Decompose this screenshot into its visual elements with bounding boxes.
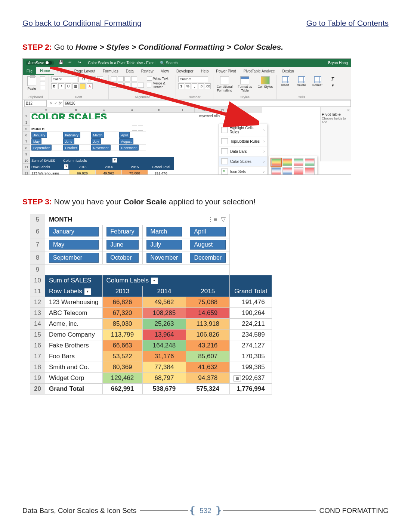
tab-file[interactable]: File [23, 67, 36, 75]
table-row-label[interactable]: Fake Brothers [45, 340, 102, 351]
data-cell[interactable]: 68,797 [142, 373, 186, 384]
tab-formulas[interactable]: Formulas [99, 67, 122, 75]
row-header[interactable]: 18 [30, 362, 45, 373]
align-center-icon[interactable] [118, 83, 124, 88]
row-header[interactable]: 13 [30, 308, 45, 319]
wrap-text-button[interactable]: Wrap Text [147, 76, 173, 81]
grand-total-cell[interactable]: 191,476 [230, 297, 272, 308]
bold-icon[interactable]: B [51, 83, 57, 89]
data-cell[interactable]: 13,964 [142, 330, 186, 340]
currency-icon[interactable]: $ [178, 83, 184, 89]
table-row-label[interactable]: Foo Bars [45, 351, 102, 362]
indent-inc-icon[interactable] [138, 83, 144, 88]
cancel-icon[interactable]: ✕ [50, 101, 53, 105]
col-B[interactable]: B [62, 107, 90, 113]
confirm-icon[interactable]: ✓ [54, 101, 57, 105]
table-row-label[interactable]: 123 Warehousing [45, 297, 102, 308]
align-right-icon[interactable] [124, 83, 130, 88]
align-left-icon[interactable] [111, 83, 117, 88]
row-header[interactable]: 12 [30, 297, 45, 308]
data-cell[interactable]: 31,176 [142, 351, 186, 362]
autosave-toggle[interactable]: AutoSave [26, 61, 54, 65]
tab-view[interactable]: View [157, 67, 173, 75]
save-icon[interactable]: 💾 [59, 60, 64, 65]
number-format-select[interactable]: Custom [178, 76, 208, 82]
data-cell[interactable]: 14,659 [186, 308, 230, 319]
swatch-gwr[interactable] [294, 158, 303, 166]
toc-link[interactable]: Go to Table of Contents [306, 19, 389, 28]
font-size-select[interactable]: 11 [78, 76, 89, 82]
clear-filter-icon[interactable] [138, 126, 143, 131]
orientation-icon[interactable] [131, 76, 137, 81]
cf-topbottom-rules[interactable]: Top/Bottom Rules› [219, 136, 267, 146]
undo-icon[interactable]: ↩ [68, 60, 74, 65]
paste-button[interactable]: Paste [25, 76, 38, 90]
align-bottom-icon[interactable] [124, 76, 130, 81]
paste-options-icon[interactable]: ▦ [234, 375, 241, 381]
data-cell[interactable]: 80,369 [102, 362, 142, 373]
tab-home[interactable]: Home [36, 67, 54, 75]
fill-icon[interactable]: ▾ [332, 83, 334, 88]
grand-total-cell[interactable]: 199,385 [230, 362, 272, 373]
pt-collabels[interactable]: Column Labels▾ [102, 275, 186, 286]
table-row-label[interactable]: Widget Corp [45, 373, 102, 384]
decrease-font-icon[interactable]: A↓ [97, 76, 103, 82]
format-painter-icon[interactable] [40, 86, 45, 90]
cf-icon-sets[interactable]: Icon Sets› [219, 167, 267, 175]
delete-button[interactable]: Delete [295, 76, 308, 87]
grand-total-cell[interactable]: 234,589 [230, 330, 272, 340]
data-cell[interactable]: 41,632 [186, 362, 230, 373]
table-row-label[interactable]: ABC Telecom [45, 308, 102, 319]
data-cell[interactable]: 53,522 [102, 351, 142, 362]
grand-total-cell[interactable]: 274,127 [230, 340, 272, 351]
comma-icon[interactable]: , [192, 83, 198, 89]
pt-collabels[interactable]: Column Labels▾ [62, 157, 118, 164]
data-cell[interactable]: 67,320 [102, 308, 142, 319]
data-cell[interactable]: 113,918 [186, 319, 230, 330]
swatch-gyr[interactable] [271, 158, 281, 166]
tab-insert[interactable]: Insert [54, 67, 71, 75]
data-cell[interactable]: 49,562 [142, 297, 186, 308]
increase-font-icon[interactable]: A↑ [90, 76, 96, 82]
row-header[interactable]: 5 [30, 214, 45, 225]
underline-icon[interactable]: U [65, 83, 71, 89]
align-middle-icon[interactable] [118, 76, 124, 81]
tab-developer[interactable]: Developer [173, 67, 197, 75]
swatch-ryg[interactable] [282, 158, 292, 166]
data-cell[interactable]: 77,384 [142, 362, 186, 373]
row-header[interactable]: 14 [30, 319, 45, 330]
data-cell[interactable]: 25,263 [142, 319, 186, 330]
indent-dec-icon[interactable] [131, 83, 137, 88]
formula-input[interactable]: 66826 [63, 100, 351, 107]
dec-dec-icon[interactable]: .00 [205, 83, 211, 89]
col-A[interactable]: A [30, 107, 62, 113]
swatch-bwr[interactable] [271, 167, 281, 175]
row-header[interactable]: 17 [30, 351, 45, 362]
swatch-rw[interactable] [305, 167, 315, 175]
data-cell[interactable]: 85,607 [186, 351, 230, 362]
autosum-icon[interactable]: Σ [331, 76, 335, 82]
tab-pivottable-analyze[interactable]: PivotTable Analyze [240, 67, 279, 75]
cf-color-scales[interactable]: Color Scales› [219, 157, 267, 167]
align-top-icon[interactable] [111, 76, 117, 81]
tab-powerpivot[interactable]: Power Pivot [212, 67, 240, 75]
data-cell[interactable]: 164,248 [142, 340, 186, 351]
grand-total-cell[interactable]: 170,305 [230, 351, 272, 362]
swatch-rwb[interactable] [282, 167, 292, 175]
grand-total-cell[interactable]: 224,211 [230, 319, 272, 330]
data-cell[interactable]: 66,663 [102, 340, 142, 351]
data-cell[interactable]: 106,826 [186, 330, 230, 340]
data-cell[interactable]: 43,216 [186, 340, 230, 351]
data-cell[interactable]: 94,378 [186, 373, 230, 384]
col-E[interactable]: E [146, 107, 172, 113]
back-link[interactable]: Go back to Conditional Formatting [22, 19, 142, 28]
data-cell[interactable]: 66,826 [102, 297, 142, 308]
italic-icon[interactable]: I [58, 83, 64, 89]
cell-styles-button[interactable]: Cell Styles [256, 76, 274, 92]
data-cell[interactable]: 113,799 [102, 330, 142, 340]
cut-icon[interactable] [40, 76, 45, 80]
data-cell[interactable]: 75,088 [186, 297, 230, 308]
table-row-label[interactable]: Smith and Co. [45, 362, 102, 373]
tab-pagelayout[interactable]: Page Layout [71, 67, 99, 75]
select-all-corner[interactable] [23, 107, 30, 113]
